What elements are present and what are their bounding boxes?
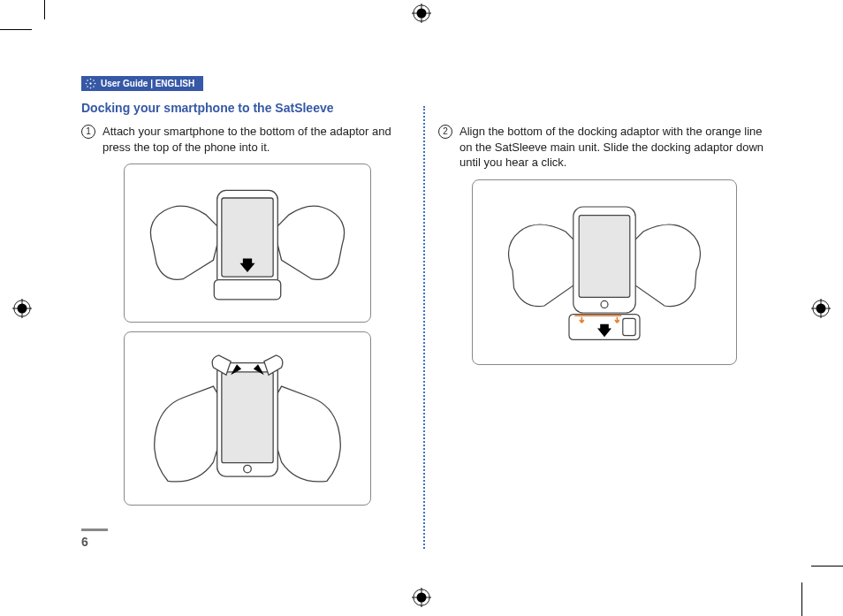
right-column: 2 Align the bottom of the docking adapto… <box>438 76 771 551</box>
crop-mark <box>44 0 45 19</box>
section-title: Docking your smartphone to the SatSleeve <box>81 101 414 115</box>
content-area: Docking your smartphone to the SatSleeve… <box>81 76 771 551</box>
svg-rect-26 <box>579 215 630 297</box>
step-1: 1 Attach your smartphone to the bottom o… <box>81 124 414 155</box>
illustration-align-dock <box>472 179 737 365</box>
crop-mark <box>0 29 32 30</box>
step-number-icon: 1 <box>81 125 95 139</box>
illustration-attach-bottom <box>124 164 371 323</box>
svg-rect-21 <box>214 280 280 300</box>
step-2: 2 Align the bottom of the docking adapto… <box>438 124 771 171</box>
svg-rect-29 <box>623 318 635 335</box>
crop-mark <box>801 582 802 616</box>
dock-align-illustration <box>498 193 710 348</box>
step-1-text: Attach your smartphone to the bottom of … <box>103 124 414 155</box>
page: User Guide | ENGLISH Docking your smartp… <box>44 25 802 575</box>
step-number-icon: 2 <box>438 125 452 139</box>
step-2-text: Align the bottom of the docking adaptor … <box>459 124 771 171</box>
svg-rect-23 <box>222 372 273 463</box>
phone-press-illustration <box>141 345 353 489</box>
registration-mark-icon <box>412 588 431 607</box>
illustration-press-top <box>124 331 371 506</box>
crop-mark <box>811 566 843 567</box>
left-column: Docking your smartphone to the SatSleeve… <box>81 76 414 551</box>
registration-mark-icon <box>811 299 831 318</box>
page-number: 6 <box>81 529 108 549</box>
phone-attach-illustration <box>141 177 353 306</box>
registration-mark-icon <box>412 4 431 23</box>
registration-mark-icon <box>12 299 32 318</box>
